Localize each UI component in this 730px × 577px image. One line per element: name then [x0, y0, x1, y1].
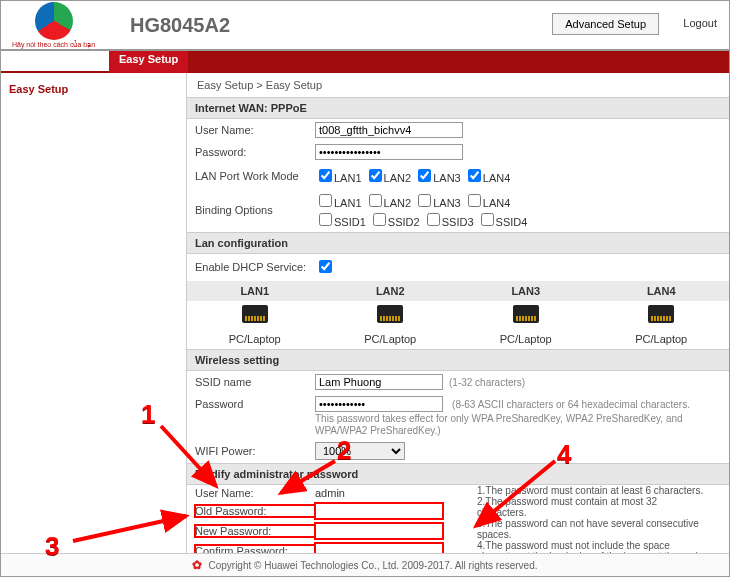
- wan-username-input[interactable]: [315, 122, 463, 138]
- rj45-icon: [377, 305, 403, 323]
- lanmode-lan3-checkbox[interactable]: [418, 169, 431, 182]
- wan-password-input[interactable]: [315, 144, 463, 160]
- section-lan-config: Lan configuration: [187, 232, 729, 254]
- rj45-icon: [513, 305, 539, 323]
- section-internet-wan: Internet WAN: PPPoE: [187, 97, 729, 119]
- breadcrumb: Easy Setup > Easy Setup: [187, 73, 729, 97]
- ssid-input[interactable]: [315, 374, 443, 390]
- tab-easy-setup[interactable]: Easy Setup: [109, 50, 188, 73]
- label-wifi-password: Password: [195, 396, 315, 410]
- lanmode-lan4-checkbox[interactable]: [468, 169, 481, 182]
- label-wifi-power: WIFI Power:: [195, 445, 315, 457]
- rj45-icon: [242, 305, 268, 323]
- sidebar-item-easy-setup[interactable]: Easy Setup: [9, 83, 178, 95]
- bind-ssid1-checkbox[interactable]: [319, 213, 332, 226]
- bind-ssid4-checkbox[interactable]: [481, 213, 494, 226]
- lanmode-lan1-checkbox[interactable]: [319, 169, 332, 182]
- admin-user-value: admin: [315, 487, 345, 499]
- huawei-logo-icon: ✿: [192, 558, 202, 572]
- label-password: Password:: [195, 146, 315, 158]
- advanced-setup-button[interactable]: Advanced Setup: [552, 13, 659, 35]
- bind-lan2-checkbox[interactable]: [369, 194, 382, 207]
- label-ssid: SSID name: [195, 376, 315, 388]
- logout-link[interactable]: Logout: [683, 17, 717, 29]
- section-wireless: Wireless setting: [187, 349, 729, 371]
- label-dhcp: Enable DHCP Service:: [195, 261, 315, 273]
- lanmode-lan2-checkbox[interactable]: [369, 169, 382, 182]
- section-modify-admin-password: Modify administrator password: [187, 463, 729, 485]
- dhcp-checkbox[interactable]: [319, 260, 332, 273]
- wifi-power-select[interactable]: 100%: [315, 442, 405, 460]
- bind-ssid3-checkbox[interactable]: [427, 213, 440, 226]
- rj45-icon: [648, 305, 674, 323]
- lan-port-table: LAN1LAN2LAN3LAN4 PC/LaptopPC/LaptopPC/La…: [187, 281, 729, 349]
- label-lan-port-mode: LAN Port Work Mode: [195, 170, 315, 182]
- wifi-password-input[interactable]: [315, 396, 443, 412]
- bind-lan1-checkbox[interactable]: [319, 194, 332, 207]
- bind-lan4-checkbox[interactable]: [468, 194, 481, 207]
- ssid-help: (1-32 characters): [449, 377, 525, 388]
- brand-logo: Hãy nói theo cách của bạn: [1, 0, 106, 51]
- label-old-password: Old Password:: [195, 505, 315, 517]
- bind-lan3-checkbox[interactable]: [418, 194, 431, 207]
- label-username: User Name:: [195, 124, 315, 136]
- bind-ssid2-checkbox[interactable]: [373, 213, 386, 226]
- model-title: HG8045A2: [130, 14, 230, 37]
- footer: ✿Copyright © Huawei Technologies Co., Lt…: [1, 553, 729, 576]
- label-new-password: New Password:: [195, 525, 315, 537]
- password-rules: 1.The password must contain at least 6 c…: [477, 485, 707, 556]
- label-admin-user: User Name:: [195, 487, 315, 499]
- old-password-input[interactable]: [315, 503, 443, 519]
- label-binding: Binding Options: [195, 204, 315, 216]
- new-password-input[interactable]: [315, 523, 443, 539]
